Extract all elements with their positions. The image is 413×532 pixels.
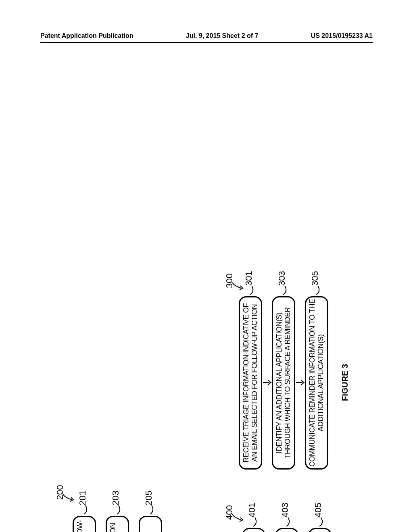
header-rule <box>40 42 373 43</box>
header-left: Patent Application Publication <box>40 32 133 39</box>
fig3-step-2-num: 303 <box>277 271 287 286</box>
fig2-step-3-box: COMMUNICATE TRIAGE INFORMATION TO REMIND… <box>139 516 162 532</box>
fig4-step-2-box: RECEIVE REMINDER INFORMATION FROM REMIND… <box>275 528 298 532</box>
page-header: Patent Application Publication Jul. 9, 2… <box>40 32 373 39</box>
fig3-step-2-box: IDENTIFY AN ADDITIONAL APPLICATION(S) TH… <box>272 296 295 470</box>
leader-arrow-icon <box>62 493 74 502</box>
leader-arrow-icon <box>232 281 244 291</box>
fig4-step-1-box: USER INTEFACE TO ADDITIONAL APPLICATION … <box>242 528 265 532</box>
figure-3-title: FIGURE 3 <box>340 364 350 401</box>
flow-step-text: RENDER VISUAL REPRESENTATION OF FOLLOW-U… <box>76 519 93 532</box>
fig3-step-3-num: 305 <box>310 271 320 286</box>
fig2-step-1-num: 201 <box>77 490 88 505</box>
fig2-step-1-box: RENDER VISUAL REPRESENTATION OF FOLLOW-U… <box>73 516 96 532</box>
fig4-step-2-num: 403 <box>280 503 290 517</box>
flow-step-text: RECEIVE TRIAGE INFORMATION INDICATIVE OF… <box>242 299 259 467</box>
arrow-down-icon <box>263 378 272 387</box>
header-center: Jul. 9, 2015 Sheet 2 of 7 <box>186 32 259 39</box>
fig2-step-2-box: RECEIVE SELECTION OF A FOLLOW-UP ACTION … <box>106 516 129 532</box>
fig2-step-2-num: 203 <box>111 490 121 505</box>
fig2-step-3-num: 205 <box>144 490 154 505</box>
fig4-step-3-num: 405 <box>313 503 323 517</box>
leader-arrow-icon <box>232 513 244 522</box>
fig3-step-1-box: RECEIVE TRIAGE INFORMATION INDICATIVE OF… <box>239 296 262 470</box>
fig4-step-1-num: 401 <box>247 503 257 517</box>
flow-step-text: COMMUNICATE TRIAGE INFORMATION TO REMIND… <box>142 519 159 532</box>
flow-step-text: COMMUNICATE REMINDER INFORMATION TO THE … <box>308 299 325 467</box>
fig3-step-3-box: COMMUNICATE REMINDER INFORMATION TO THE … <box>305 296 328 470</box>
arrow-down-icon <box>296 378 305 387</box>
flow-step-text: IDENTIFY AN ADDITIONAL APPLICATION(S) TH… <box>275 299 292 467</box>
page: Patent Application Publication Jul. 9, 2… <box>0 0 413 532</box>
fig3-step-1-num: 301 <box>244 271 254 286</box>
figure-sheet: 200 RENDER VISUAL REPRESENTATION OF FOLL… <box>40 56 373 500</box>
header-right: US 2015/0195233 A1 <box>311 32 373 39</box>
flow-step-text: RECEIVE SELECTION OF A FOLLOW-UP ACTION … <box>109 519 126 532</box>
fig4-step-3-box: RENDER REMINDER INFORMATION IN THE USER … <box>308 528 332 532</box>
